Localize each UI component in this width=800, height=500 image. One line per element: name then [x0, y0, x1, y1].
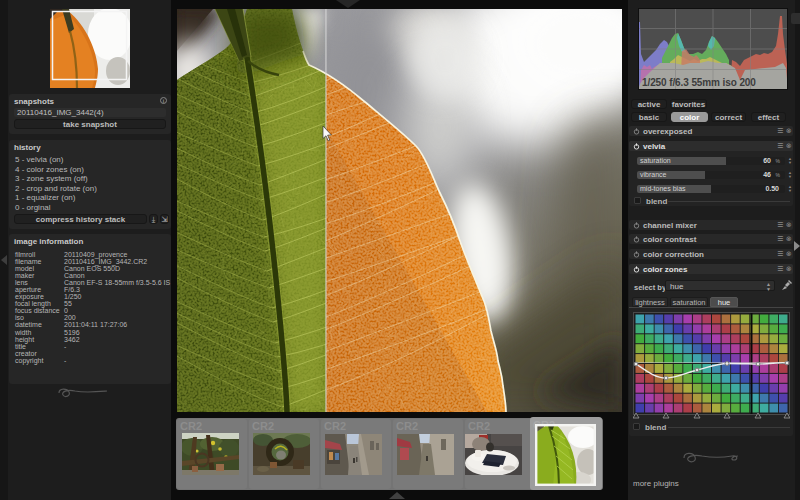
svg-text:1/250 f/6.3 55mm iso 200: 1/250 f/6.3 55mm iso 200 [642, 77, 756, 88]
